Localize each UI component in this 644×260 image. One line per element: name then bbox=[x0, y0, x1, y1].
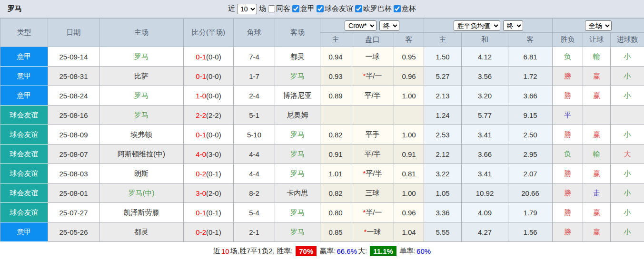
odds-away-cell: 1.04 bbox=[394, 222, 424, 242]
home-team-name: 罗马 bbox=[134, 52, 149, 60]
filter-coppa-checkbox[interactable] bbox=[394, 5, 401, 12]
handicap-value: 平/半 bbox=[364, 91, 380, 99]
fulltime-score: 0-1 bbox=[196, 72, 206, 80]
filter-europa-checkbox[interactable] bbox=[355, 5, 362, 12]
filter-europa-label: 欧罗巴杯 bbox=[363, 4, 392, 13]
avg-win-cell: 5.55 bbox=[424, 222, 462, 242]
handicap-value: 一球 bbox=[366, 52, 380, 60]
handicap-cell: *半/一 bbox=[351, 67, 394, 86]
score-cell: 0-1(0-0) bbox=[184, 125, 234, 144]
away-team-name: 都灵 bbox=[290, 52, 305, 60]
same-venue-option[interactable]: 同客 bbox=[268, 4, 290, 13]
goals-cell: 小 bbox=[611, 203, 644, 222]
home-team-name: 埃弗顿 bbox=[131, 130, 152, 138]
table-body: 意甲 25-09-14 罗马 0-1(0-0) 7-4 都灵 0.94 一球 0… bbox=[0, 47, 644, 242]
handicap-value: 半/一 bbox=[366, 72, 382, 80]
odds-away-cell: 0.95 bbox=[394, 47, 424, 67]
league-cell: 球会友谊 bbox=[0, 144, 48, 164]
date-cell: 25-08-16 bbox=[48, 106, 99, 125]
goals-cell: 小 bbox=[611, 222, 644, 242]
filter-serie-a-checkbox[interactable] bbox=[292, 5, 299, 12]
filter-europa-option[interactable]: 欧罗巴杯 bbox=[355, 4, 392, 13]
corner-cell: 5-10 bbox=[234, 125, 275, 144]
filter-friendly-checkbox[interactable] bbox=[317, 5, 324, 12]
odds-group-header: Crow* 终 bbox=[320, 19, 424, 33]
subcol-goals: 进球数 bbox=[611, 33, 644, 47]
halftime-score: (2-2) bbox=[206, 111, 221, 119]
goals-cell bbox=[611, 106, 644, 125]
league-cell: 球会友谊 bbox=[0, 125, 48, 144]
away-team-name: 罗马 bbox=[290, 130, 305, 138]
avg-draw-cell: 4.12 bbox=[462, 47, 508, 67]
odds-home-cell: 0.82 bbox=[320, 183, 351, 203]
result-cell: 负 bbox=[553, 47, 583, 67]
home-team-name: 阿斯顿维拉(中) bbox=[118, 150, 165, 158]
halftime-score: (3-0) bbox=[206, 150, 221, 158]
avg-draw-cell: 3.41 bbox=[462, 125, 508, 144]
corner-cell: 5-1 bbox=[234, 106, 275, 125]
away-team-cell: 卡内思 bbox=[275, 183, 320, 203]
home-team-cell: 埃弗顿 bbox=[99, 125, 184, 144]
fulltime-score: 1-0 bbox=[196, 92, 206, 100]
handicap-value: 平/半 bbox=[366, 169, 382, 177]
big-rate-badge: 11.1% bbox=[370, 246, 396, 256]
date-cell: 25-08-31 bbox=[48, 67, 99, 86]
odds-home-cell: 0.91 bbox=[320, 144, 351, 164]
league-cell: 意甲 bbox=[0, 86, 48, 106]
table-row: 球会友谊 25-08-03 朗斯 0-2(0-1) 4-4 罗马 1.01 *平… bbox=[0, 164, 644, 183]
handicap-result-cell: 赢 bbox=[583, 125, 611, 144]
table-header: 类型 日期 主场 比分(半场) 角球 客场 Crow* 终 bbox=[0, 19, 644, 47]
scope-select[interactable]: 全场 bbox=[585, 20, 612, 31]
filter-coppa-option[interactable]: 意杯 bbox=[394, 4, 416, 13]
avg-draw-cell: 4.09 bbox=[462, 203, 508, 222]
odd-rate-value: 60% bbox=[416, 247, 431, 255]
score-cell: 0-1(0-0) bbox=[184, 67, 234, 86]
avg-win-cell: 1.24 bbox=[424, 106, 462, 125]
avg-type-select[interactable]: 胜平负均值 bbox=[454, 20, 500, 31]
avg-stage-select[interactable]: 终 bbox=[503, 20, 523, 31]
away-team-name: 罗马 bbox=[290, 150, 305, 158]
avg-win-cell: 2.13 bbox=[424, 86, 462, 106]
home-team-cell: 罗马(中) bbox=[99, 183, 184, 203]
handicap-rate-value: 66.6% bbox=[337, 247, 357, 255]
away-team-name: 博洛尼亚 bbox=[283, 91, 312, 99]
table-row: 意甲 25-05-26 都灵 0-2(0-1) 2-1 罗马 0.85 *一球 … bbox=[0, 222, 644, 242]
avg-win-cell: 1.05 bbox=[424, 183, 462, 203]
table-row: 球会友谊 25-08-09 埃弗顿 0-1(0-0) 5-10 罗马 0.82 … bbox=[0, 125, 644, 144]
filter-friendly-option[interactable]: 球会友谊 bbox=[317, 4, 353, 13]
avg-win-cell: 5.27 bbox=[424, 67, 462, 86]
avg-group-header: 胜平负均值 终 bbox=[424, 19, 553, 33]
home-team-cell: 罗马 bbox=[99, 47, 184, 67]
col-corner: 角球 bbox=[234, 19, 275, 47]
odds-away-cell: 1.00 bbox=[394, 86, 424, 106]
avg-win-cell: 2.53 bbox=[424, 125, 462, 144]
handicap-cell: 一球 bbox=[351, 47, 394, 67]
odds-company-select[interactable]: Crow* bbox=[345, 20, 376, 31]
handicap-result-cell: 輸 bbox=[583, 144, 611, 164]
win-rate-badge: 70% bbox=[296, 246, 317, 256]
recent-count-select[interactable]: 10 bbox=[237, 4, 257, 14]
odds-stage-select[interactable]: 终 bbox=[379, 20, 399, 31]
goals-cell: 小 bbox=[611, 86, 644, 106]
halftime-score: (0-0) bbox=[206, 53, 221, 61]
summary-record: 场,胜7平1负2, 胜率: bbox=[230, 247, 293, 256]
filter-serie-a-option[interactable]: 意甲 bbox=[292, 4, 315, 13]
corner-cell: 4-4 bbox=[234, 164, 275, 183]
avg-draw-cell: 4.27 bbox=[462, 222, 508, 242]
league-cell: 球会友谊 bbox=[0, 106, 48, 125]
result-cell: 勝 bbox=[553, 125, 583, 144]
away-team-cell: 尼奥姆 bbox=[275, 106, 320, 125]
table-row: 球会友谊 25-08-16 罗马 2-2(2-2) 5-1 尼奥姆 1.24 5… bbox=[0, 106, 644, 125]
fulltime-score: 0-2 bbox=[196, 228, 206, 236]
fulltime-score: 0-1 bbox=[196, 53, 206, 61]
avg-lose-cell: 2.95 bbox=[508, 144, 553, 164]
handicap-value: 平手 bbox=[366, 130, 380, 138]
same-venue-checkbox[interactable] bbox=[268, 5, 275, 12]
league-cell: 意甲 bbox=[0, 47, 48, 67]
league-cell: 球会友谊 bbox=[0, 164, 48, 183]
odds-home-cell: 1.01 bbox=[320, 164, 351, 183]
col-home: 主场 bbox=[99, 19, 184, 47]
table-row: 意甲 25-09-14 罗马 0-1(0-0) 7-4 都灵 0.94 一球 0… bbox=[0, 47, 644, 67]
league-cell: 球会友谊 bbox=[0, 203, 48, 222]
filter-friendly-label: 球会友谊 bbox=[325, 4, 353, 13]
